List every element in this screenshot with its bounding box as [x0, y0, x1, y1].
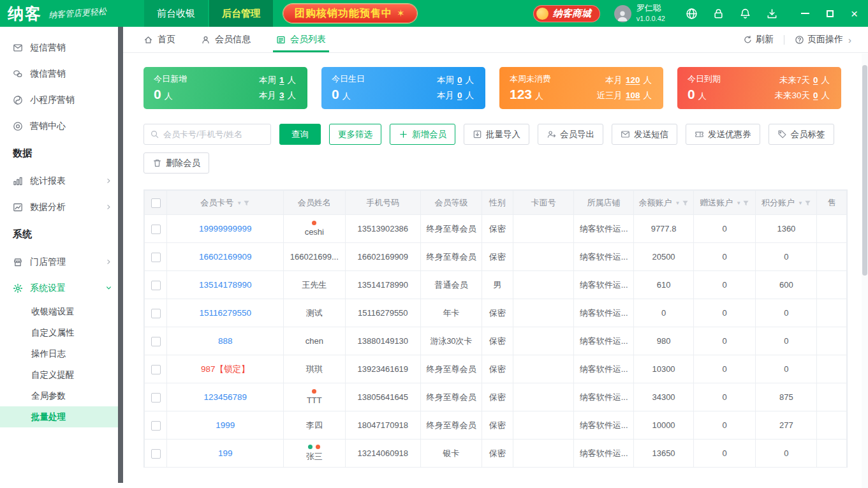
member-tag-dots: [286, 445, 342, 449]
cell-sale: [817, 383, 847, 411]
member-row: 19999999999ceshi13513902386终身至尊会员保密纳客软件运…: [145, 215, 847, 243]
stat-card-today-expire: 今日到期 0人 未来7天0人 未来30天0人: [677, 67, 841, 109]
member-card-no-link[interactable]: 15116279550: [199, 308, 251, 318]
cell-gift: 0: [694, 243, 756, 271]
cell-phone: 13880149130: [345, 327, 421, 355]
sidebar-item-store-management[interactable]: 门店管理: [0, 249, 123, 275]
cell-sale: [817, 327, 847, 355]
sidebar-subitem-custom-attributes[interactable]: 自定义属性: [0, 322, 118, 343]
sidebar-subitem-global-params[interactable]: 全局参数: [0, 385, 118, 406]
cell-card-face: [513, 299, 573, 327]
globe-icon[interactable]: [686, 8, 698, 20]
search-icon: [150, 129, 159, 139]
sort-filter-icon[interactable]: ▼: [798, 200, 811, 207]
card-value: 123人: [510, 87, 575, 102]
tab-home[interactable]: 首页: [143, 27, 175, 52]
sort-filter-icon[interactable]: ▼: [237, 200, 250, 207]
sidebar-subitem-operation-log[interactable]: 操作日志: [0, 343, 118, 364]
card-detail: 未来7天0人 未来30天0人: [753, 67, 841, 109]
member-row: 888chen13880149130游泳30次卡保密纳客软件运...98000: [145, 327, 847, 355]
download-icon[interactable]: [766, 8, 778, 20]
bell-icon[interactable]: [739, 8, 751, 20]
row-checkbox[interactable]: [151, 393, 161, 403]
cell-phone: 13513902386: [345, 215, 421, 243]
row-checkbox[interactable]: [151, 421, 161, 431]
member-name: ceshi: [286, 227, 342, 237]
sidebar-item-data-analysis[interactable]: 数据分析: [0, 194, 123, 220]
mall-badge-button[interactable]: 纳客商城: [533, 5, 600, 22]
tab-member-info[interactable]: 会员信息: [201, 27, 251, 52]
member-tag-button[interactable]: 会员标签: [769, 124, 834, 145]
cell-level: 终身至尊会员: [421, 383, 482, 411]
column-label: 余额账户: [639, 198, 672, 207]
member-tag-label: 会员标签: [791, 129, 825, 140]
sidebar-item-stat-report[interactable]: 统计报表: [0, 168, 123, 194]
delete-member-button[interactable]: 删除会员: [143, 152, 209, 174]
nav-front-cashier[interactable]: 前台收银: [144, 0, 208, 27]
add-member-button[interactable]: 新增会员: [390, 124, 455, 145]
lock-icon[interactable]: [712, 8, 725, 20]
send-coupon-button[interactable]: 发送优惠券: [686, 124, 760, 145]
select-all-checkbox[interactable]: [151, 198, 161, 208]
question-icon: [795, 35, 804, 45]
nav-backend-admin[interactable]: 后台管理: [209, 0, 273, 27]
search-input[interactable]: [163, 129, 265, 139]
refresh-button[interactable]: 刷新: [743, 34, 774, 45]
member-card-no-link[interactable]: 1999: [216, 420, 235, 430]
cell-select: [145, 243, 167, 271]
marketing-icon: [13, 121, 23, 131]
more-filter-button[interactable]: 更多筛选: [329, 124, 381, 145]
row-checkbox[interactable]: [151, 365, 161, 374]
sidebar-subitem-cashier-settings[interactable]: 收银端设置: [0, 301, 118, 322]
member-card-no-link[interactable]: 13514178990: [199, 280, 252, 290]
tab-member-list[interactable]: 会员列表: [276, 27, 326, 52]
promo-banner[interactable]: 团购核销功能预售中 ✶: [283, 4, 417, 23]
page-actions-button[interactable]: 页面操作 ›: [795, 34, 851, 45]
member-card-no-link[interactable]: 888: [218, 336, 233, 346]
sidebar-item-sms-marketing[interactable]: 短信营销: [0, 34, 123, 61]
cell-store: 纳客软件运...: [574, 299, 634, 327]
row-checkbox[interactable]: [151, 253, 161, 262]
card-detail: 本月120人 近三月108人: [575, 67, 663, 109]
sidebar-item-system-settings[interactable]: 系统设置: [0, 275, 123, 301]
batch-import-button[interactable]: 批量导入: [464, 124, 529, 145]
sidebar-item-miniapp-marketing[interactable]: 小程序营销: [0, 87, 123, 113]
sidebar-subitem-custom-reminder[interactable]: 自定义提醒: [0, 364, 118, 385]
sidebar-subitem-batch-processing[interactable]: 批量处理: [0, 406, 118, 427]
coupon-icon: [695, 129, 704, 139]
query-button[interactable]: 查询: [279, 124, 321, 145]
sidebar-item-wechat-marketing[interactable]: 微信营销: [0, 61, 123, 87]
member-card-no-link[interactable]: 16602169909: [199, 252, 252, 262]
close-button[interactable]: ×: [851, 8, 858, 20]
sort-filter-icon[interactable]: ▼: [675, 200, 689, 207]
cell-card-no: 987【锁定】: [167, 355, 284, 383]
column-label: 积分账户: [761, 198, 795, 207]
send-sms-button[interactable]: 发送短信: [612, 124, 677, 145]
cell-sale: [817, 271, 847, 299]
search-box: [143, 124, 271, 145]
tag-dot: [316, 445, 320, 449]
user-avatar[interactable]: [614, 5, 631, 22]
scrollbar-thumb[interactable]: [862, 65, 867, 276]
member-card-no-link[interactable]: 123456789: [203, 392, 247, 402]
member-card-no-link[interactable]: 19999999999: [199, 224, 252, 233]
sidebar-item-marketing-center[interactable]: 营销中心: [0, 113, 123, 139]
cell-level: 游泳30次卡: [421, 327, 482, 355]
sort-filter-icon[interactable]: ▼: [736, 200, 749, 207]
maximize-button[interactable]: [827, 10, 834, 17]
row-checkbox[interactable]: [151, 337, 161, 346]
row-checkbox[interactable]: [151, 225, 161, 234]
row-checkbox[interactable]: [151, 449, 161, 459]
member-card-no-link[interactable]: 987【锁定】: [201, 364, 250, 374]
main-scrollbar[interactable]: [862, 54, 868, 488]
row-checkbox[interactable]: [151, 281, 161, 290]
row-checkbox[interactable]: [151, 309, 161, 318]
add-member-label: 新增会员: [412, 129, 446, 140]
export-member-button[interactable]: 会员导出: [538, 124, 603, 145]
sidebar-scrollbar[interactable]: [118, 27, 123, 483]
sidebar-item-label: 统计报表: [30, 175, 66, 187]
minimize-button[interactable]: [801, 13, 809, 14]
member-card-no-link[interactable]: 199: [218, 448, 233, 458]
column-label: 手机号码: [366, 198, 399, 207]
cell-phone: 16602169909: [345, 243, 421, 271]
